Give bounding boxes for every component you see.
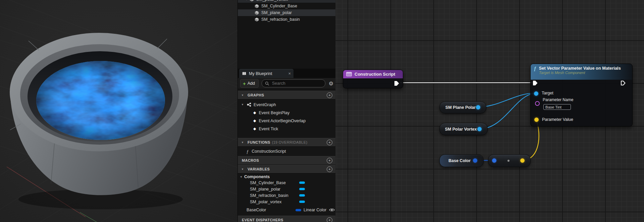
section-label: FUNCTIONS bbox=[248, 140, 270, 144]
tree-item-label: SM_polar_vortex bbox=[256, 0, 288, 2]
event-tick-item[interactable]: ◆ Event Tick bbox=[238, 125, 336, 133]
event-actorbeginoverlap-item[interactable]: ◆ Event ActorBeginOverlap bbox=[238, 117, 336, 125]
search-input[interactable] bbox=[271, 81, 322, 86]
caret-down-icon: ▼ bbox=[241, 141, 244, 144]
category-label: Components bbox=[244, 174, 270, 179]
variable-row[interactable]: SM_refraction_basin bbox=[238, 192, 336, 199]
static-mesh-icon bbox=[255, 11, 259, 15]
variable-label: SM_polar_vortex bbox=[250, 200, 282, 204]
getter-sm-plane-polar[interactable]: SM Plane Polar bbox=[439, 101, 486, 114]
section-header-event-dispatchers[interactable]: EVENT DISPATCHERS + bbox=[238, 216, 336, 222]
add-macro-button[interactable]: + bbox=[327, 158, 332, 163]
unreal-blueprint-editor: ▼ SM_polar_vortex SM_Cylinder_Base SM_pl… bbox=[0, 0, 644, 222]
eventgraph-label: EventGraph bbox=[254, 102, 276, 107]
components-tree-panel: ▼ SM_polar_vortex SM_Cylinder_Base SM_pl… bbox=[237, 0, 336, 69]
section-label: GRAPHS bbox=[248, 93, 264, 97]
event-label: Event BeginPlay bbox=[259, 110, 289, 115]
variable-type-label: Linear Color bbox=[304, 208, 326, 212]
basecolor-variable-row[interactable]: BaseColor Linear Color bbox=[238, 207, 336, 213]
getter-base-color[interactable]: Base Color bbox=[439, 154, 484, 167]
tree-item-sm-cylinder-base[interactable]: SM_Cylinder_Base bbox=[238, 3, 336, 9]
caret-down-icon: ▼ bbox=[241, 168, 244, 171]
add-graph-button[interactable]: + bbox=[327, 92, 332, 98]
exec-in-pin[interactable] bbox=[533, 80, 538, 86]
add-variable-button[interactable]: + bbox=[327, 166, 332, 172]
settings-gear-icon[interactable]: ⚙ bbox=[329, 80, 333, 87]
tab-my-blueprint[interactable]: My Blueprint × bbox=[239, 69, 293, 78]
output-pin[interactable] bbox=[473, 158, 477, 163]
constructionscript-item[interactable]: ƒ ConstructionScript bbox=[238, 148, 336, 155]
eventgraph-icon bbox=[247, 102, 251, 107]
blueprint-book-icon bbox=[242, 71, 247, 76]
node-subtitle: Target is Mesh Component bbox=[539, 71, 621, 75]
exec-out-pin[interactable] bbox=[394, 81, 399, 86]
overridable-note: (19 OVERRIDABLE) bbox=[272, 140, 308, 144]
target-pin-label: Target bbox=[542, 91, 553, 95]
section-header-functions[interactable]: ▼ FUNCTIONS (19 OVERRIDABLE) + bbox=[238, 138, 336, 147]
visibility-eye-icon[interactable] bbox=[329, 208, 335, 212]
set-vector-parameter-node[interactable]: ƒ Set Vector Parameter Value on Material… bbox=[530, 64, 633, 127]
variable-row[interactable]: SM_plane_polar bbox=[238, 186, 336, 192]
tree-item-sm-refraction-basin[interactable]: SM_refraction_basin bbox=[238, 16, 336, 23]
target-wire-polar-vortex[interactable] bbox=[479, 93, 535, 129]
basin-3d-render bbox=[0, 23, 215, 214]
advanced-display-dot-icon bbox=[507, 160, 509, 162]
target-wire-plane-polar[interactable] bbox=[478, 93, 535, 107]
staticmesh-pin-pill bbox=[299, 188, 305, 190]
target-pin[interactable] bbox=[534, 91, 538, 96]
output-pin[interactable] bbox=[476, 105, 480, 109]
variable-row[interactable]: SM_Cylinder_Base bbox=[238, 179, 336, 186]
parameter-name-input[interactable] bbox=[543, 104, 571, 110]
staticmesh-pin-pill bbox=[299, 194, 305, 197]
expander-icon[interactable]: ▼ bbox=[245, 0, 248, 1]
tree-item-label: SM_refraction_basin bbox=[261, 17, 300, 22]
blueprint-graph-canvas[interactable]: Construction Script ƒ Set Vector Paramet… bbox=[335, 0, 644, 222]
add-dispatcher-button[interactable]: + bbox=[327, 217, 332, 222]
tree-item-label: SM_plane_polar bbox=[261, 10, 292, 15]
event-diamond-icon: ◆ bbox=[253, 127, 256, 131]
tree-item-sm-plane-polar[interactable]: SM_plane_polar bbox=[238, 9, 336, 16]
function-label: ConstructionScript bbox=[252, 149, 286, 154]
exec-out-pin[interactable] bbox=[621, 80, 626, 86]
viewport-3d[interactable] bbox=[0, 0, 237, 222]
construction-script-node[interactable]: Construction Script bbox=[343, 70, 403, 88]
getter-sm-polar-vortex[interactable]: SM Polar Vortex bbox=[439, 123, 488, 135]
caret-down-icon: ▼ bbox=[241, 103, 244, 106]
variable-label: SM_refraction_basin bbox=[250, 193, 288, 198]
construction-script-icon bbox=[346, 72, 352, 76]
event-diamond-icon: ◆ bbox=[253, 119, 256, 123]
static-mesh-icon bbox=[255, 17, 259, 22]
input-pin[interactable] bbox=[492, 158, 496, 163]
close-icon[interactable]: × bbox=[288, 71, 291, 76]
tab-title: My Blueprint bbox=[249, 71, 288, 76]
node-title: Set Vector Parameter Value on Materials bbox=[539, 66, 621, 71]
components-category[interactable]: ▼ Components bbox=[238, 173, 336, 180]
parameter-name-label: Parameter Name bbox=[543, 97, 573, 102]
section-header-variables[interactable]: ▼ VARIABLES + bbox=[238, 165, 336, 173]
search-box[interactable] bbox=[262, 79, 325, 87]
section-label: EVENT DISPATCHERS bbox=[242, 218, 283, 222]
variable-label: SM_plane_polar bbox=[250, 187, 280, 192]
parameter-value-pin[interactable] bbox=[534, 118, 539, 122]
output-pin[interactable] bbox=[520, 158, 525, 163]
color-to-vector-conversion-node[interactable] bbox=[488, 154, 531, 167]
my-blueprint-panel: My Blueprint × + Add ⚙ ▼ GRAPHS + ▼ bbox=[237, 69, 336, 222]
add-button[interactable]: + Add bbox=[240, 79, 259, 88]
tree-item-label: SM_Cylinder_Base bbox=[261, 4, 297, 8]
event-label: Event Tick bbox=[259, 127, 278, 131]
output-pin[interactable] bbox=[477, 127, 482, 131]
section-label: VARIABLES bbox=[248, 167, 270, 171]
tree-item-sm-polar-vortex[interactable]: ▼ SM_polar_vortex bbox=[238, 0, 336, 3]
parameter-name-pin[interactable] bbox=[535, 101, 540, 106]
add-function-button[interactable]: + bbox=[327, 140, 332, 145]
section-header-graphs[interactable]: ▼ GRAPHS + bbox=[238, 91, 336, 99]
event-beginplay-item[interactable]: ◆ Event BeginPlay bbox=[238, 109, 336, 117]
tab-strip: My Blueprint × bbox=[238, 69, 336, 78]
section-header-macros[interactable]: MACROS + bbox=[238, 156, 336, 165]
eventgraph-item[interactable]: ▼ EventGraph bbox=[238, 101, 336, 108]
staticmesh-pin-pill bbox=[299, 201, 305, 203]
parameter-value-label: Parameter Value bbox=[542, 117, 573, 122]
section-label: MACROS bbox=[242, 158, 259, 162]
node-title: Construction Script bbox=[355, 72, 395, 77]
variable-row[interactable]: SM_polar_vortex bbox=[238, 199, 336, 205]
